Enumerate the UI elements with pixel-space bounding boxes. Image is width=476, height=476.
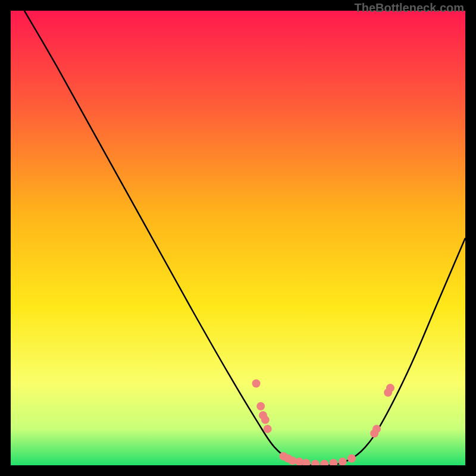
data-point [372, 425, 381, 433]
data-point [256, 402, 265, 411]
watermark-text: TheBottleneck.com [355, 1, 464, 15]
chart-background [11, 11, 465, 465]
data-point [386, 384, 394, 392]
data-point [252, 379, 261, 387]
data-point [264, 425, 272, 433]
data-point [261, 416, 270, 424]
data-point [347, 455, 356, 463]
chart-svg [11, 11, 465, 465]
chart-plot-area [11, 11, 465, 465]
